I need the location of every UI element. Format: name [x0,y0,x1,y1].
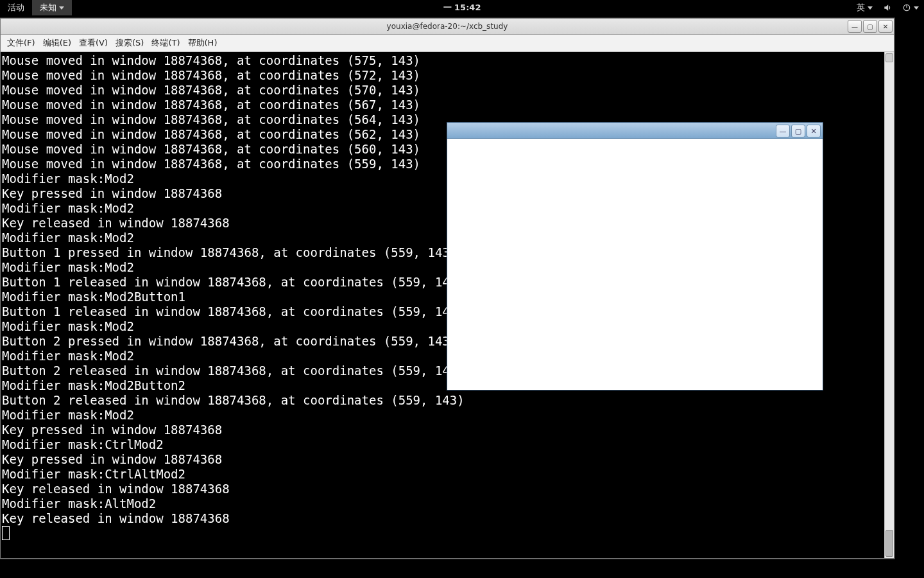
chevron-down-icon [868,6,873,10]
app-menu-label: 未知 [40,2,56,13]
scrollbar-stepper-up[interactable] [886,53,893,62]
ime-indicator[interactable]: 英 [851,2,878,13]
maximize-button[interactable]: ▢ [791,125,805,137]
app-menu-button[interactable]: 未知 [32,0,72,15]
terminal-scrollbar[interactable] [884,52,894,558]
volume-icon[interactable] [878,3,897,12]
maximize-button[interactable]: ▢ [863,20,877,33]
menu-edit[interactable]: 编辑(E) [39,37,75,49]
menu-view[interactable]: 查看(V) [75,37,112,49]
terminal-menubar: 文件(F) 编辑(E) 查看(V) 搜索(S) 终端(T) 帮助(H) [1,35,894,52]
x-test-window[interactable]: — ▢ ✕ [447,122,823,390]
top-panel: 活动 未知 一 15:42 英 [0,0,924,15]
activities-button[interactable]: 活动 [0,0,32,15]
terminal-title: youxia@fedora-20:~/xcb_study [387,22,508,31]
menu-terminal[interactable]: 终端(T) [148,37,184,49]
ime-label: 英 [857,2,865,13]
terminal-cursor [2,526,10,540]
x-test-titlebar[interactable]: — ▢ ✕ [447,123,823,139]
menu-file[interactable]: 文件(F) [3,37,39,49]
clock[interactable]: 一 15:42 [443,2,481,13]
minimize-button[interactable]: — [848,20,862,33]
scrollbar-thumb[interactable] [886,530,893,557]
chevron-down-icon [59,6,64,10]
power-icon[interactable] [897,3,924,12]
menu-help[interactable]: 帮助(H) [184,37,221,49]
minimize-button[interactable]: — [776,125,790,137]
menu-search[interactable]: 搜索(S) [112,37,148,49]
terminal-titlebar[interactable]: youxia@fedora-20:~/xcb_study — ▢ ✕ [1,19,894,35]
close-button[interactable]: ✕ [878,20,893,33]
close-button[interactable]: ✕ [807,125,821,137]
chevron-down-icon [914,6,919,10]
